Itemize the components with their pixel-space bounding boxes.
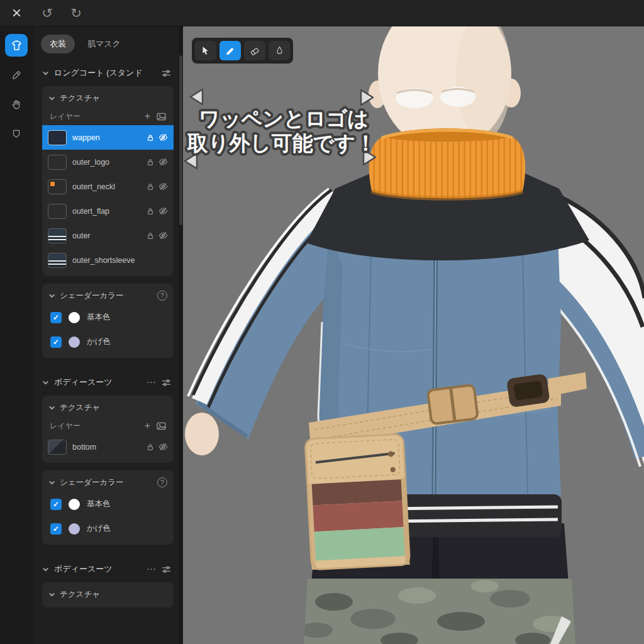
base-color-swatch[interactable] <box>69 312 80 323</box>
layers-header: レイヤー + <box>42 417 174 435</box>
help-icon[interactable]: ? <box>157 477 167 487</box>
left-hand <box>185 413 219 455</box>
layer-thumbnail <box>48 155 67 170</box>
layer-icons <box>147 182 168 191</box>
section-header[interactable]: ロングコート (スタンド <box>33 64 179 82</box>
more-options-icon[interactable]: ⋯ <box>147 564 157 575</box>
layer-row-outer[interactable]: outer <box>42 223 174 248</box>
help-icon[interactable]: ? <box>157 291 167 301</box>
layer-row-outer-shortsleeve[interactable]: outer_shortsleeve <box>42 248 174 272</box>
panel-tabs: 衣装 肌マスク <box>33 26 179 61</box>
base-color-label: 基本色 <box>87 312 111 323</box>
section-bodysuit: ボディースーツ ⋯ テクスチャ レイヤー + bottom <box>33 373 179 545</box>
waist-bag <box>305 434 410 570</box>
layer-row-outert-neck[interactable]: outert_neckl <box>42 174 174 199</box>
redo-button[interactable]: ↻ <box>62 0 91 26</box>
tab-skin-mask[interactable]: 肌マスク <box>79 35 130 53</box>
chevron-down-icon <box>48 292 55 299</box>
add-layer-button[interactable]: + <box>145 111 150 121</box>
base-color-label: 基本色 <box>87 499 111 509</box>
panel-scrollbar[interactable] <box>179 26 183 644</box>
layer-icons <box>147 133 168 142</box>
scrollbar-thumb[interactable] <box>179 55 182 225</box>
base-color-swatch[interactable] <box>69 499 80 510</box>
shader-color-card: シェーダーカラー ? ✓ 基本色 ✓ かげ色 <box>42 470 174 545</box>
more-options-icon[interactable]: ⋯ <box>147 377 157 388</box>
annotation-line2: 取り外し可能です！ <box>187 131 376 155</box>
layer-row-bottom[interactable]: bottom <box>42 435 174 459</box>
lock-icon[interactable] <box>147 134 154 142</box>
lock-icon[interactable] <box>147 208 154 215</box>
rail-accessory-button[interactable] <box>5 123 28 145</box>
layer-icons <box>147 231 168 240</box>
base-color-checkbox[interactable]: ✓ <box>50 312 62 323</box>
paint-toolbar <box>192 38 293 64</box>
shader-settings-button[interactable] <box>162 379 171 387</box>
base-color-checkbox[interactable]: ✓ <box>50 499 62 510</box>
annotation-line1: ワッペンとロゴは <box>199 107 369 130</box>
layer-row-outert-flap[interactable]: outert_flap <box>42 199 174 223</box>
shader-title: シェーダーカラー <box>60 477 123 488</box>
layer-row-outer-logo[interactable]: outer_logo <box>42 150 174 174</box>
shader-color-card: シェーダーカラー ? ✓ 基本色 ✓ かげ色 <box>42 284 174 358</box>
shade-color-swatch[interactable] <box>69 523 80 535</box>
brush-tool-button[interactable] <box>219 41 241 60</box>
shade-color-checkbox[interactable]: ✓ <box>50 336 62 348</box>
lock-icon[interactable] <box>147 158 154 166</box>
texture-title: テクスチャ <box>60 589 100 600</box>
close-button[interactable] <box>0 0 33 26</box>
belt-clip <box>506 374 550 408</box>
section-title: ボディースーツ <box>54 377 113 388</box>
rail-outfit-paint-button[interactable] <box>5 34 28 57</box>
color-row-base: ✓ 基本色 <box>42 305 174 330</box>
texture-subheader[interactable]: テクスチャ <box>42 585 174 604</box>
undo-button[interactable]: ↺ <box>33 0 62 26</box>
rail-texture-pen-button[interactable] <box>5 64 28 86</box>
layer-name: bottom <box>72 443 141 452</box>
rail-hand-button[interactable] <box>5 93 28 116</box>
import-image-button[interactable] <box>157 113 166 121</box>
shader-subheader[interactable]: シェーダーカラー ? <box>42 473 174 492</box>
color-row-base: ✓ 基本色 <box>42 492 174 516</box>
texture-card: テクスチャ <box>42 582 174 608</box>
chevron-down-icon <box>48 404 55 411</box>
droplet-icon <box>274 45 285 56</box>
lock-icon[interactable] <box>147 183 154 191</box>
layer-row-wappen[interactable]: wappen <box>42 125 174 150</box>
section-header[interactable]: ボディースーツ ⋯ <box>33 560 179 579</box>
lock-icon[interactable] <box>147 232 154 240</box>
shader-subheader[interactable]: シェーダーカラー ? <box>42 286 174 305</box>
shade-color-swatch[interactable] <box>69 336 80 348</box>
eye-off-icon[interactable] <box>158 157 168 167</box>
texture-subheader[interactable]: テクスチャ <box>42 89 174 108</box>
eye-off-icon[interactable] <box>158 231 168 240</box>
texture-title: テクスチャ <box>60 402 100 413</box>
eye-off-icon[interactable] <box>158 206 168 216</box>
eye-off-icon[interactable] <box>158 442 168 452</box>
eye-off-icon[interactable] <box>158 133 168 142</box>
model-viewport[interactable]: ワッペンとロゴは 取り外し可能です！ <box>183 26 644 644</box>
sliders-icon <box>162 379 171 387</box>
section-title: ロングコート (スタンド <box>54 67 143 79</box>
eraser-icon <box>249 45 260 57</box>
shader-settings-button[interactable] <box>162 565 171 574</box>
eraser-tool-button[interactable] <box>244 41 265 60</box>
layers-header: レイヤー + <box>42 108 174 125</box>
import-image-button[interactable] <box>157 422 166 430</box>
layer-thumbnail <box>48 179 67 194</box>
texture-subheader[interactable]: テクスチャ <box>42 398 174 417</box>
eye-off-icon[interactable] <box>158 182 168 191</box>
gizmo-arrow-left-bottom[interactable] <box>185 153 197 169</box>
tab-costume[interactable]: 衣装 <box>41 35 75 53</box>
image-icon <box>157 113 166 121</box>
gizmo-arrow-left-top[interactable] <box>191 89 203 104</box>
select-tool-button[interactable] <box>195 41 216 60</box>
section-header[interactable]: ボディースーツ ⋯ <box>33 373 179 392</box>
lock-icon[interactable] <box>147 443 154 451</box>
shade-color-checkbox[interactable]: ✓ <box>50 523 62 535</box>
shader-settings-button[interactable] <box>162 69 171 77</box>
blur-tool-button[interactable] <box>269 41 290 60</box>
close-icon <box>12 8 21 18</box>
add-layer-button[interactable]: + <box>145 421 150 431</box>
model-canvas[interactable]: ワッペンとロゴは 取り外し可能です！ <box>183 26 644 644</box>
